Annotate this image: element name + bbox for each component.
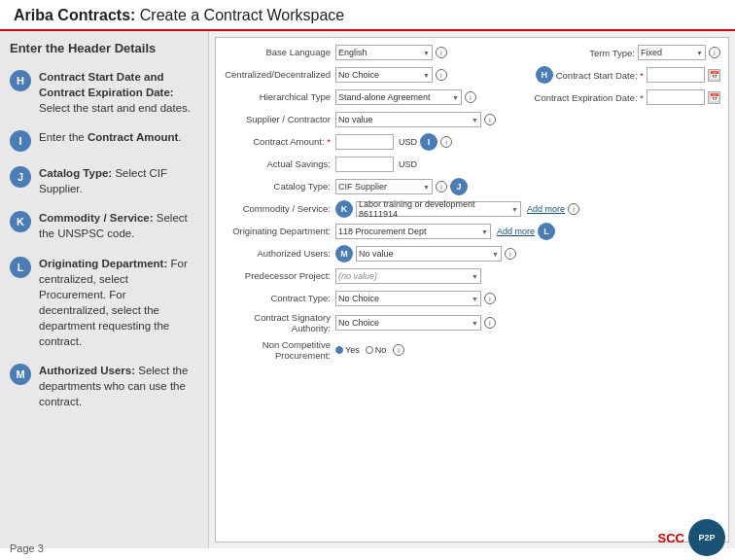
contract-exp-calendar-icon[interactable]: 📅 [708, 91, 720, 104]
commodity-value: Labor training or development 86111914 [359, 199, 511, 219]
non-competitive-yes-radio[interactable]: Yes [335, 345, 360, 355]
row-originating-dept: Originating Department: 118 Procurement … [224, 223, 720, 240]
row-catalog-type: Catalog Type: CIF Supplier ▼ i J [224, 178, 720, 195]
yes-radio-dot [335, 346, 343, 354]
contract-signatory-control: No Choice ▼ i [335, 315, 496, 331]
catalog-type-value: CIF Supplier [338, 182, 387, 192]
row-contract-signatory: Contract Signatory Authority: No Choice … [224, 312, 720, 334]
contract-type-info-icon: i [484, 293, 496, 304]
contract-type-select[interactable]: No Choice ▼ [335, 291, 481, 306]
page-title-bold: Ariba Contracts: [14, 7, 135, 23]
actual-savings-control: USD [335, 157, 417, 172]
term-type-select[interactable]: Fixed ▼ [638, 45, 706, 60]
authorized-users-label: Authorized Users: [224, 248, 335, 259]
form-badge-m: M [335, 245, 353, 262]
commodity-select[interactable]: Labor training or development 86111914 ▼ [356, 201, 521, 217]
authorized-users-caret: ▼ [492, 251, 499, 258]
contract-type-value: No Choice [338, 294, 379, 303]
badge-j: J [10, 166, 31, 188]
non-competitive-no-radio[interactable]: No [366, 345, 387, 355]
authorized-users-control: M No value ▼ i [335, 245, 516, 262]
originating-dept-value: 118 Procurement Dept [338, 227, 427, 236]
contract-signatory-caret: ▼ [472, 320, 478, 327]
predecessor-control: (no value) ▼ [335, 268, 481, 284]
row-non-competitive: Non Competitive Procurement: Yes No i [224, 339, 720, 362]
predecessor-caret: ▼ [472, 273, 478, 280]
base-language-info-icon: i [436, 47, 447, 58]
contract-signatory-label: Contract Signatory Authority: [224, 312, 335, 334]
row-actual-savings: Actual Savings: USD [224, 156, 720, 173]
originating-dept-add-more[interactable]: Add more [497, 227, 535, 236]
sidebar-item-h: H Contract Start Date and Contract Expir… [10, 69, 198, 116]
sidebar-k-bold: Commodity / Service: [39, 212, 154, 224]
authorized-users-info-icon: i [505, 248, 516, 260]
page-title-rest: Create a Contract Workspace [135, 7, 344, 23]
contract-start-input[interactable] [647, 67, 705, 83]
no-radio-dot [366, 346, 373, 354]
contract-start-calendar-icon[interactable]: 📅 [708, 69, 720, 82]
logo-circle: P2P [688, 519, 725, 556]
commodity-label: Commodity / Service: [224, 203, 335, 214]
contract-type-label: Contract Type: [224, 293, 335, 303]
base-language-select[interactable]: English ▼ [335, 45, 433, 60]
contract-signatory-select[interactable]: No Choice ▼ [335, 315, 481, 331]
predecessor-label: Predecessor Project: [224, 270, 335, 281]
sidebar-m-bold: Authorized Users: [39, 365, 135, 376]
row-contract-amount: Contract Amount: * USD I i [224, 133, 720, 151]
sidebar-h-rest: Select the start and end dates. [39, 102, 191, 114]
hierarchical-caret: ▼ [452, 94, 459, 101]
contract-exp-input[interactable] [647, 89, 705, 105]
contract-amount-info-icon: i [440, 136, 452, 148]
centralized-caret: ▼ [423, 72, 430, 79]
commodity-add-more[interactable]: Add more [527, 204, 565, 214]
page-footer: Page 3 [10, 542, 44, 554]
base-language-caret: ▼ [423, 50, 430, 56]
catalog-type-select[interactable]: CIF Supplier ▼ [335, 179, 433, 194]
hierarchical-control: Stand-alone Agreement ▼ i [335, 89, 476, 105]
logo-text: SCC [658, 531, 684, 545]
logo-area: SCC P2P [658, 519, 725, 556]
contract-amount-usd: USD [399, 137, 417, 147]
form-badge-h: H [536, 66, 553, 84]
centralized-label: Centralized/Decentralized [224, 69, 335, 80]
contract-amount-control: USD I i [335, 133, 452, 151]
supplier-select[interactable]: No value ▼ [335, 112, 481, 127]
row-supplier: Supplier / Contractor No value ▼ i [224, 111, 720, 128]
commodity-control: K Labor training or development 86111914… [335, 200, 579, 218]
centralized-control: No Choice ▼ i [335, 67, 447, 83]
contract-start-row: H Contract Start Date: * 📅 [536, 66, 720, 84]
hierarchical-select[interactable]: Stand-alone Agreement ▼ [335, 89, 462, 105]
predecessor-select[interactable]: (no value) ▼ [335, 268, 481, 284]
catalog-type-info-icon: i [436, 181, 447, 192]
sidebar: Enter the Header Details H Contract Star… [0, 31, 209, 548]
sidebar-item-j: J Catalog Type: Select CIF Supplier. [10, 165, 198, 196]
sidebar-l-bold: Originating Department: [39, 258, 167, 269]
contract-amount-input[interactable] [335, 134, 394, 150]
sidebar-item-k: K Commodity / Service: Select the UNSPSC… [10, 210, 198, 241]
page-number: Page 3 [10, 542, 44, 554]
sidebar-item-m: M Authorized Users: Select the departmen… [10, 363, 198, 409]
content-area: Base Language English ▼ i Term Type: Fix… [209, 31, 735, 548]
sidebar-i-bold: Contract Amount [88, 131, 178, 143]
badge-h: H [10, 70, 31, 91]
actual-savings-input[interactable] [335, 157, 394, 172]
base-language-label: Base Language [224, 47, 335, 57]
sidebar-item-i: I Enter the Contract Amount. [10, 129, 198, 152]
row-hierarchical: Hierarchical Type Stand-alone Agreement … [224, 88, 720, 106]
supplier-control: No value ▼ i [335, 112, 496, 127]
non-competitive-control: Yes No i [335, 344, 404, 356]
authorized-users-select[interactable]: No value ▼ [356, 246, 502, 262]
page-header: Ariba Contracts: Create a Contract Works… [0, 0, 735, 31]
authorized-users-value: No value [359, 249, 394, 259]
term-type-value: Fixed [641, 48, 662, 57]
badge-m: M [10, 364, 31, 385]
contract-exp-label: Contract Expiration Date: * [535, 92, 644, 103]
row-base-language: Base Language English ▼ i Term Type: Fix… [224, 44, 720, 61]
badge-i: I [10, 130, 31, 152]
actual-savings-usd: USD [399, 159, 417, 169]
sidebar-item-k-text: Commodity / Service: Select the UNSPSC c… [39, 210, 198, 241]
centralized-select[interactable]: No Choice ▼ [335, 67, 433, 83]
sidebar-item-i-text: Enter the Contract Amount. [39, 129, 182, 145]
sidebar-item-l: L Originating Department: For centralize… [10, 256, 198, 350]
originating-dept-select[interactable]: 118 Procurement Dept ▼ [335, 224, 491, 239]
